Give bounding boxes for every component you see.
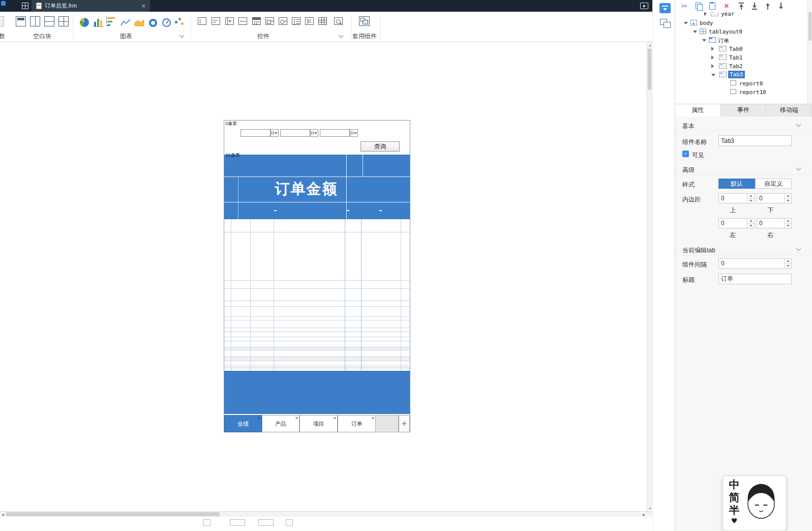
list-widget-icon[interactable] bbox=[292, 17, 300, 25]
step-down-icon[interactable] bbox=[747, 223, 754, 228]
tab-mobile[interactable]: 移动端 bbox=[766, 104, 812, 116]
expand-arrow-icon[interactable] bbox=[711, 47, 714, 51]
tab-close-icon[interactable]: × bbox=[372, 416, 374, 421]
tree-item-tab0[interactable]: Tab0 bbox=[675, 45, 812, 53]
date-widget-icon[interactable] bbox=[252, 17, 261, 25]
component-gap-stepper[interactable] bbox=[718, 258, 792, 269]
tab-close-icon[interactable]: × bbox=[334, 416, 336, 421]
report-tab-order[interactable]: 订单 × bbox=[338, 415, 376, 432]
tree-item-report10[interactable]: report10 bbox=[675, 88, 812, 96]
canvas-horizontal-scrollbar[interactable]: ◀ ▶ bbox=[0, 511, 647, 517]
tab-properties[interactable]: 属性 bbox=[675, 104, 721, 116]
table-widget-icon[interactable] bbox=[318, 17, 327, 25]
scatter-chart-icon[interactable] bbox=[174, 16, 185, 27]
step-down-icon[interactable] bbox=[785, 223, 791, 228]
query-combo-2[interactable] bbox=[280, 129, 310, 137]
step-up-icon[interactable] bbox=[785, 194, 791, 198]
dropdown-widget-icon[interactable] bbox=[225, 17, 234, 25]
cell-grid-icon[interactable] bbox=[22, 3, 28, 9]
chart-group-chevron-icon[interactable] bbox=[179, 33, 185, 38]
add-tab-button[interactable]: + bbox=[399, 415, 410, 432]
section-basic[interactable]: 基本 bbox=[675, 120, 808, 131]
section-advanced[interactable]: 高级 bbox=[675, 164, 808, 175]
report-header-block[interactable]: 订单金额 bbox=[224, 155, 410, 219]
cut-icon[interactable]: ✂ bbox=[680, 2, 689, 11]
combo-dropdown-button-2[interactable] bbox=[310, 129, 318, 137]
delete-icon[interactable]: × bbox=[722, 2, 731, 11]
area-chart-icon[interactable] bbox=[134, 16, 145, 27]
padding-bottom-stepper[interactable] bbox=[757, 193, 792, 203]
collapse-arrow-icon[interactable] bbox=[684, 22, 688, 24]
expand-arrow-icon[interactable] bbox=[711, 64, 714, 68]
report-design-surface[interactable]: 0像素 查询 65像素 订单金额 bbox=[224, 120, 410, 432]
vertical-split-block-icon[interactable] bbox=[30, 16, 40, 26]
style-default-button[interactable]: 默认 bbox=[718, 179, 755, 189]
collapse-panel-icon[interactable] bbox=[659, 3, 671, 13]
move-to-bottom-icon[interactable] bbox=[750, 2, 759, 11]
query-widget-icon[interactable] bbox=[334, 17, 343, 25]
step-down-icon[interactable] bbox=[785, 263, 791, 269]
blank-block-icon[interactable] bbox=[16, 16, 26, 26]
tree-item-body[interactable]: body bbox=[675, 19, 812, 27]
collapse-arrow-icon[interactable] bbox=[711, 74, 715, 76]
step-up-icon[interactable] bbox=[785, 219, 791, 223]
line-chart-icon[interactable] bbox=[120, 16, 131, 27]
paste-icon[interactable] bbox=[708, 2, 717, 11]
checkbox-widget-icon[interactable] bbox=[265, 17, 274, 25]
tree-item-tablayout0[interactable]: tablayout0 bbox=[675, 27, 812, 36]
query-combo-3[interactable] bbox=[320, 129, 350, 137]
tree-item-tab3-selected[interactable]: Tab3 bbox=[675, 71, 812, 79]
report-tab-project[interactable]: 项目 × bbox=[299, 415, 338, 432]
report-tab-performance[interactable]: 业绩 × bbox=[224, 415, 262, 432]
canvas-vertical-scrollbar[interactable]: ▲ ▼ bbox=[647, 42, 652, 511]
move-up-icon[interactable] bbox=[763, 2, 772, 11]
padding-right-input[interactable] bbox=[757, 219, 784, 228]
padding-top-stepper[interactable] bbox=[718, 193, 755, 203]
expand-arrow-icon[interactable] bbox=[711, 55, 714, 60]
tree-item-order-group[interactable]: 订单 bbox=[675, 36, 812, 44]
component-gap-input[interactable] bbox=[719, 259, 784, 268]
split-window-icon[interactable] bbox=[660, 19, 671, 28]
collapse-arrow-icon[interactable] bbox=[702, 39, 706, 42]
combo-dropdown-button-1[interactable] bbox=[270, 129, 279, 137]
query-combo-1[interactable] bbox=[240, 129, 270, 137]
number-widget-icon[interactable] bbox=[238, 17, 247, 25]
gauge-chart-icon[interactable] bbox=[161, 16, 172, 27]
scrollbar-thumb[interactable] bbox=[648, 49, 651, 90]
tab-close-icon[interactable]: × bbox=[258, 416, 260, 421]
tab-title-input[interactable] bbox=[718, 274, 792, 284]
report-table-grid[interactable] bbox=[224, 219, 410, 371]
copy-icon[interactable] bbox=[694, 2, 703, 11]
tree-widget-icon[interactable] bbox=[305, 17, 314, 25]
padding-left-stepper[interactable] bbox=[718, 218, 755, 228]
visible-checkbox[interactable]: ✓ bbox=[682, 151, 689, 157]
radio-widget-icon[interactable] bbox=[279, 17, 287, 25]
section-current-tab[interactable]: 当前编辑tab bbox=[675, 244, 808, 255]
move-down-icon[interactable] bbox=[776, 2, 786, 11]
step-up-icon[interactable] bbox=[747, 194, 754, 198]
scrollbar-thumb[interactable] bbox=[6, 512, 220, 516]
padding-top-input[interactable] bbox=[719, 194, 747, 203]
expand-arrow-icon[interactable] bbox=[704, 12, 707, 16]
tree-item-tab2[interactable]: Tab2 bbox=[675, 62, 812, 70]
document-tab[interactable]: 订单总览.frm × bbox=[32, 0, 150, 12]
close-tab-icon[interactable]: × bbox=[141, 3, 145, 9]
step-up-icon[interactable] bbox=[785, 259, 791, 263]
textbox-widget-icon[interactable] bbox=[198, 17, 206, 25]
reuse-component-icon[interactable] bbox=[359, 16, 370, 26]
tab-events[interactable]: 事件 bbox=[721, 104, 767, 116]
design-canvas[interactable]: 0像素 查询 65像素 订单金额 bbox=[0, 42, 647, 511]
preview-icon[interactable] bbox=[640, 3, 648, 9]
step-down-icon[interactable] bbox=[747, 198, 754, 203]
pie-chart-icon[interactable] bbox=[79, 16, 90, 27]
step-up-icon[interactable] bbox=[747, 219, 754, 223]
grid-block-icon[interactable] bbox=[58, 16, 69, 26]
style-custom-button[interactable]: 自定义 bbox=[755, 179, 792, 189]
step-down-icon[interactable] bbox=[785, 198, 791, 203]
tree-item-report0[interactable]: report0 bbox=[675, 79, 812, 87]
textarea-widget-icon[interactable] bbox=[212, 17, 220, 25]
report-footer-block[interactable] bbox=[224, 371, 410, 414]
tree-item-tab1[interactable]: Tab1 bbox=[675, 53, 812, 62]
tab-close-icon[interactable]: × bbox=[295, 416, 298, 421]
padding-left-input[interactable] bbox=[719, 219, 747, 228]
